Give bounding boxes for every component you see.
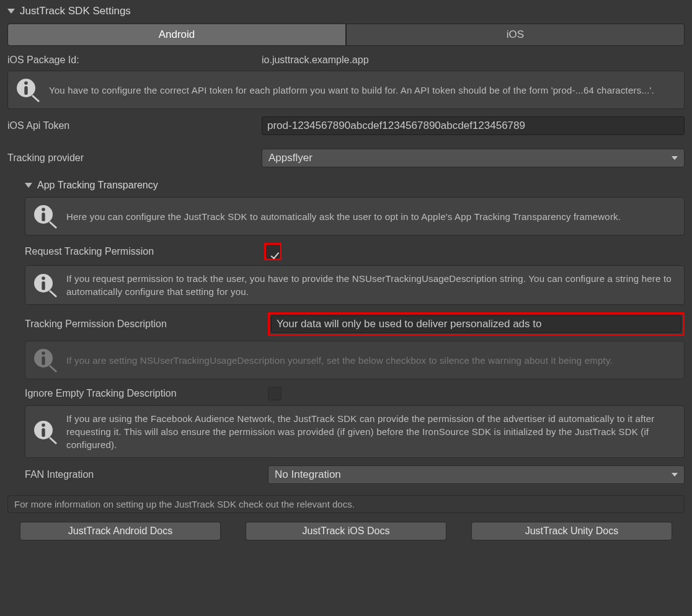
android-docs-button[interactable]: JustTrack Android Docs [20, 522, 221, 540]
highlight-marker [268, 312, 685, 336]
tab-ios[interactable]: iOS [346, 24, 685, 46]
ignore-empty-row: Ignore Empty Tracking Description [25, 387, 685, 400]
ignore-empty-checkbox[interactable] [268, 387, 282, 400]
svg-point-10 [42, 351, 45, 355]
fan-integration-label: FAN Integration [25, 469, 268, 480]
collapse-toggle-icon[interactable] [25, 183, 32, 188]
svg-rect-8 [42, 281, 45, 290]
info-icon [16, 77, 40, 102]
att-title: App Tracking Transparency [37, 180, 158, 191]
request-permission-checkbox[interactable] [266, 245, 280, 258]
info-fan: If you are using the Facebook Audience N… [25, 405, 685, 458]
unity-docs-button[interactable]: JustTrack Unity Docs [471, 522, 672, 540]
info-permission-text: If you request permission to track the u… [66, 272, 676, 298]
tracking-description-label: Tracking Permission Description [25, 319, 268, 330]
highlight-marker [264, 243, 282, 260]
info-ignore: If you are setting NSUserTrackingUsageDe… [25, 341, 685, 379]
info-api-token-text: You have to configure the correct API to… [49, 84, 654, 97]
ios-docs-button[interactable]: JustTrack iOS Docs [246, 522, 446, 540]
info-icon [33, 273, 58, 297]
svg-rect-11 [42, 356, 45, 365]
api-token-input[interactable] [262, 117, 685, 135]
info-icon [33, 348, 58, 372]
docs-buttons: JustTrack Android Docs JustTrack iOS Doc… [7, 522, 685, 540]
api-token-row: iOS Api Token [7, 117, 685, 135]
header: JustTrack SDK Settings [7, 5, 685, 17]
tracking-provider-dropdown[interactable]: Appsflyer [262, 149, 685, 167]
api-token-label: iOS Api Token [7, 120, 262, 131]
fan-integration-row: FAN Integration No Integration [25, 465, 685, 484]
tracking-provider-row: Tracking provider Appsflyer [7, 149, 685, 167]
settings-panel: JustTrack SDK Settings Android iOS iOS P… [0, 0, 692, 552]
info-permission: If you request permission to track the u… [25, 265, 685, 305]
svg-point-1 [24, 81, 28, 85]
footer-note: For more information on setting up the J… [7, 495, 685, 513]
page-title: JustTrack SDK Settings [20, 5, 131, 17]
info-att-intro: Here you can configure the JustTrack SDK… [25, 197, 685, 235]
tracking-description-input[interactable] [271, 315, 681, 333]
request-permission-label: Request Tracking Permission [25, 246, 264, 257]
info-api-token: You have to configure the correct API to… [7, 71, 685, 109]
svg-rect-2 [24, 86, 27, 95]
tracking-description-row: Tracking Permission Description [25, 312, 685, 336]
info-icon [33, 420, 58, 444]
package-id-label: iOS Package Id: [7, 55, 262, 66]
collapse-toggle-icon[interactable] [7, 9, 15, 14]
platform-tabs: Android iOS [7, 24, 685, 46]
svg-rect-5 [42, 213, 45, 221]
request-permission-row: Request Tracking Permission [25, 243, 685, 260]
svg-rect-14 [42, 428, 45, 437]
info-fan-text: If you are using the Facebook Audience N… [66, 412, 676, 451]
svg-point-13 [42, 423, 45, 427]
svg-point-4 [42, 208, 45, 211]
svg-point-7 [42, 276, 45, 280]
info-att-intro-text: Here you can configure the JustTrack SDK… [66, 210, 621, 223]
att-header: App Tracking Transparency [25, 180, 685, 191]
fan-integration-dropdown[interactable]: No Integration [268, 465, 685, 484]
tab-android[interactable]: Android [7, 24, 346, 46]
package-id-row: iOS Package Id: io.justtrack.example.app [7, 55, 685, 66]
tracking-provider-label: Tracking provider [7, 152, 262, 164]
package-id-value: io.justtrack.example.app [262, 55, 685, 66]
att-section: App Tracking Transparency Here you can c… [7, 180, 685, 484]
ignore-empty-label: Ignore Empty Tracking Description [25, 388, 268, 399]
info-icon [33, 204, 58, 229]
info-ignore-text: If you are setting NSUserTrackingUsageDe… [66, 354, 613, 367]
